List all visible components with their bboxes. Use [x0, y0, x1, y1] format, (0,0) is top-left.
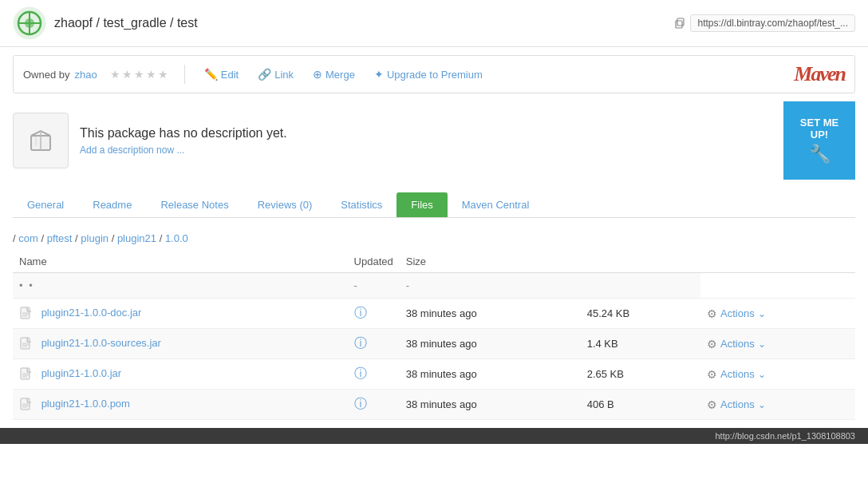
upgrade-icon: ✦	[374, 68, 384, 81]
parent-dir-name: • •	[13, 273, 348, 299]
file-table: Name Updated Size • • - - plugin21-1.0.0…	[13, 251, 855, 420]
tab-release-notes[interactable]: Release Notes	[146, 192, 243, 217]
actions-link[interactable]: Actions	[720, 368, 755, 380]
path-breadcrumb: / com / pftest / plugin / plugin21 / 1.0…	[13, 226, 855, 251]
file-actions-cell: ⚙ Actions ⌄	[700, 329, 855, 359]
footer-url: http://blog.csdn.net/p1_1308108803	[715, 431, 855, 441]
path-com[interactable]: com	[18, 232, 38, 244]
tabs: General Readme Release Notes Reviews (0)…	[13, 192, 855, 218]
link-button[interactable]: 🔗 Link	[254, 66, 297, 82]
file-icon	[19, 307, 34, 321]
file-updated: 38 minutes ago	[400, 299, 581, 329]
file-actions-cell: ⚙ Actions ⌄	[700, 390, 855, 420]
file-name-link[interactable]: plugin21-1.0.0.pom	[41, 398, 130, 410]
file-size: 406 B	[581, 390, 700, 420]
table-row: plugin21-1.0.0-sources.jarⓘ38 minutes ag…	[13, 329, 855, 359]
gear-icon: ⚙	[707, 338, 717, 350]
info-icon[interactable]: ⓘ	[354, 397, 367, 410]
gear-icon: ⚙	[707, 368, 717, 381]
header-left: zhaopf / test_gradle / test	[13, 6, 198, 40]
url-bar: https://dl.bintray.com/zhaopf/test_...	[674, 14, 855, 32]
link-icon: 🔗	[258, 68, 271, 81]
file-updated: 38 minutes ago	[400, 329, 581, 359]
tab-reviews[interactable]: Reviews (0)	[243, 192, 327, 217]
owner-name: zhao	[75, 69, 97, 81]
file-icon	[19, 398, 34, 412]
file-size: 1.4 KB	[581, 329, 700, 359]
files-section: / com / pftest / plugin / plugin21 / 1.0…	[13, 218, 855, 420]
file-icon	[19, 367, 34, 382]
copy-icon	[674, 18, 685, 29]
file-icon	[19, 337, 34, 351]
package-left: This package has no description yet. Add…	[13, 101, 783, 180]
setup-label: SET ME UP!	[791, 117, 847, 141]
wrench-icon: 🔧	[809, 144, 831, 164]
path-version[interactable]: 1.0.0	[165, 232, 188, 244]
edit-icon: ✏️	[204, 68, 218, 81]
parent-dir-size: -	[400, 273, 581, 299]
file-actions-cell: ⚙ Actions ⌄	[700, 359, 855, 390]
chevron-down-icon[interactable]: ⌄	[758, 339, 766, 350]
tab-files[interactable]: Files	[397, 192, 447, 217]
tab-readme[interactable]: Readme	[78, 192, 146, 217]
edit-button[interactable]: ✏️ Edit	[201, 66, 242, 82]
parent-dir-updated: -	[348, 273, 400, 299]
tab-statistics[interactable]: Statistics	[326, 192, 397, 217]
url-text: https://dl.bintray.com/zhaopf/test_...	[690, 14, 855, 32]
file-name-link[interactable]: plugin21-1.0.0-sources.jar	[41, 337, 161, 349]
gear-icon: ⚙	[707, 307, 717, 320]
package-desc: This package has no description yet. Add…	[80, 126, 287, 156]
breadcrumb: zhaopf / test_gradle / test	[54, 16, 198, 30]
package-info: This package has no description yet. Add…	[13, 101, 855, 180]
gear-icon: ⚙	[707, 398, 717, 411]
chevron-down-icon[interactable]: ⌄	[758, 308, 766, 319]
file-size: 45.24 KB	[581, 299, 700, 329]
merge-button[interactable]: ⊕ Merge	[310, 66, 358, 82]
logo-icon	[13, 6, 46, 40]
actions-link[interactable]: Actions	[720, 307, 755, 319]
star-rating[interactable]: ★ ★ ★ ★ ★	[110, 68, 168, 81]
maven-logo: Maven	[794, 62, 845, 86]
file-updated: 38 minutes ago	[400, 359, 581, 390]
chevron-down-icon[interactable]: ⌄	[758, 399, 766, 410]
file-name-link[interactable]: plugin21-1.0.0-doc.jar	[41, 307, 142, 319]
col-name: Name	[13, 251, 348, 273]
file-updated: 38 minutes ago	[400, 390, 581, 420]
actions-link[interactable]: Actions	[720, 338, 755, 350]
header: zhaopf / test_gradle / test https://dl.b…	[0, 0, 868, 47]
package-description: This package has no description yet.	[80, 126, 287, 141]
package-icon	[13, 113, 69, 168]
box-icon	[25, 125, 57, 156]
upgrade-button[interactable]: ✦ Upgrade to Premium	[371, 66, 486, 82]
svg-rect-5	[676, 21, 682, 28]
table-row: plugin21-1.0.0.pomⓘ38 minutes ago406 B ⚙…	[13, 390, 855, 420]
info-icon[interactable]: ⓘ	[354, 306, 367, 319]
toolbar: Owned by zhao ★ ★ ★ ★ ★ ✏️ Edit 🔗 Link ⊕…	[13, 55, 855, 93]
footer-bar: http://blog.csdn.net/p1_1308108803	[0, 428, 868, 444]
add-description-link[interactable]: Add a description now ...	[80, 145, 184, 156]
table-row: plugin21-1.0.0.jarⓘ38 minutes ago2.65 KB…	[13, 359, 855, 390]
file-size: 2.65 KB	[581, 359, 700, 390]
owned-by-label: Owned by	[23, 69, 70, 81]
table-row: plugin21-1.0.0-doc.jarⓘ38 minutes ago45.…	[13, 299, 855, 329]
path-pftest[interactable]: pftest	[47, 232, 73, 244]
tab-general[interactable]: General	[13, 192, 78, 217]
actions-link[interactable]: Actions	[720, 398, 755, 410]
info-icon[interactable]: ⓘ	[354, 366, 367, 380]
setup-button[interactable]: SET ME UP! 🔧	[783, 101, 855, 180]
merge-icon: ⊕	[313, 68, 322, 81]
parent-dir-row: • • - -	[13, 273, 855, 299]
col-actions-header	[581, 251, 700, 273]
path-plugin[interactable]: plugin	[81, 232, 108, 244]
chevron-down-icon[interactable]: ⌄	[758, 369, 766, 380]
tab-maven-central[interactable]: Maven Central	[448, 192, 544, 217]
col-updated: Updated	[348, 251, 400, 273]
file-actions-cell: ⚙ Actions ⌄	[700, 299, 855, 329]
svg-rect-6	[677, 18, 684, 26]
col-size: Size	[400, 251, 581, 273]
path-plugin21[interactable]: plugin21	[117, 232, 156, 244]
info-icon[interactable]: ⓘ	[354, 336, 367, 350]
divider	[184, 65, 185, 84]
file-name-link[interactable]: plugin21-1.0.0.jar	[41, 367, 121, 379]
owned-by: Owned by zhao	[23, 69, 97, 81]
